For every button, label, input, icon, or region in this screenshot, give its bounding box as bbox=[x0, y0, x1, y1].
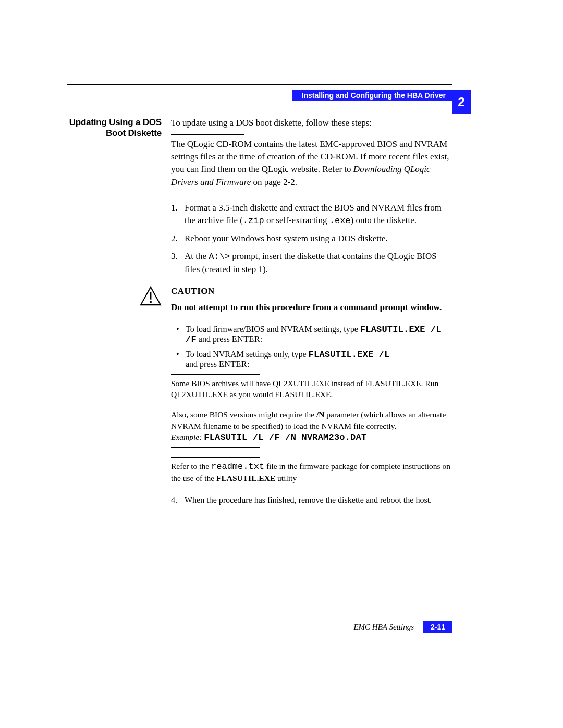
content-area: Updating Using a DOS Boot Diskette To up… bbox=[67, 117, 452, 516]
bullet-text: To load firmware/BIOS and NVRAM settings… bbox=[186, 325, 360, 334]
divider bbox=[171, 487, 260, 487]
divider bbox=[171, 298, 260, 298]
code-prompt: A:\> bbox=[209, 252, 230, 262]
step-text: At the bbox=[185, 251, 209, 261]
code-exe: .exe bbox=[329, 216, 351, 226]
note-ql2xutil: Some BIOS archives will have QL2XUTIL.EX… bbox=[171, 378, 452, 400]
note-text-tail: on page 2-2. bbox=[251, 177, 297, 187]
note-n-parameter: Also, some BIOS versions might require t… bbox=[171, 409, 452, 431]
note-text: Refer to the bbox=[171, 462, 211, 471]
step-1: Format a 3.5-inch diskette and extract t… bbox=[171, 202, 452, 227]
intro-text: To update using a DOS boot diskette, fol… bbox=[171, 117, 452, 129]
bullet-text: : bbox=[247, 360, 249, 368]
footer: EMC HBA Settings 2-11 bbox=[67, 621, 452, 633]
key-enter: ENTER bbox=[232, 335, 260, 343]
bullet-text: and press bbox=[197, 335, 232, 343]
note-readme: Refer to the readme.txt file in the firm… bbox=[171, 461, 452, 484]
note-text: utility bbox=[275, 474, 297, 483]
divider bbox=[171, 134, 244, 135]
util-name: FLASUTIL.EXE bbox=[216, 474, 275, 483]
divider bbox=[171, 457, 260, 458]
body-column: To update using a DOS boot diskette, fol… bbox=[171, 117, 452, 283]
example-line: Example: FLASUTIL /L /F /N NVRAM23o.DAT bbox=[171, 431, 452, 443]
code-command: FLASUTIL.EXE /L bbox=[309, 350, 390, 360]
bullet-text: To load NVRAM settings only, type bbox=[186, 350, 309, 359]
example-label: Example: bbox=[171, 433, 204, 441]
caution-title: CAUTION bbox=[171, 286, 452, 297]
caution-text: Do not attempt to run this procedure fro… bbox=[171, 301, 452, 313]
top-rule bbox=[67, 84, 452, 85]
footer-section-title: EMC HBA Settings bbox=[353, 623, 414, 632]
bullet-list: To load firmware/BIOS and NVRAM settings… bbox=[171, 325, 452, 369]
note-qlogic-cd: The QLogic CD-ROM contains the latest EM… bbox=[171, 138, 452, 189]
code-zip: .zip bbox=[243, 216, 264, 226]
bullet-load-nvram: To load NVRAM settings only, type FLASUT… bbox=[171, 350, 452, 369]
footer-page-number: 2-11 bbox=[423, 621, 452, 633]
bullet-load-firmware: To load firmware/BIOS and NVRAM settings… bbox=[171, 325, 452, 344]
step-3: At the A:\> prompt, insert the diskette … bbox=[171, 250, 452, 276]
caution-icon-column bbox=[67, 286, 171, 306]
caution-icon bbox=[140, 286, 162, 306]
divider bbox=[171, 192, 244, 192]
steps-list: Format a 3.5-inch diskette and extract t… bbox=[171, 202, 452, 276]
running-header: Installing and Configuring the HBA Drive… bbox=[292, 90, 452, 101]
divider bbox=[171, 447, 260, 448]
divider bbox=[171, 317, 260, 317]
page: Installing and Configuring the HBA Drive… bbox=[0, 0, 563, 728]
step-text: ) onto the diskette. bbox=[351, 215, 417, 225]
caution-body: CAUTION Do not attempt to run this proce… bbox=[171, 286, 452, 512]
example-command: FLASUTIL /L /F /N NVRAM23o.DAT bbox=[204, 433, 366, 442]
divider bbox=[171, 374, 260, 375]
key-enter: ENTER bbox=[219, 360, 247, 368]
param-n: /N bbox=[316, 410, 325, 419]
code-readme: readme.txt bbox=[211, 462, 264, 472]
step-2: Reboot your Windows host system using a … bbox=[171, 232, 452, 245]
chapter-tab: 2 bbox=[452, 90, 471, 114]
steps-list-cont: When the procedure has finished, remove … bbox=[171, 496, 452, 505]
step-4: When the procedure has finished, remove … bbox=[171, 496, 452, 505]
section: Updating Using a DOS Boot Diskette To up… bbox=[67, 117, 452, 283]
svg-point-2 bbox=[150, 301, 152, 303]
note-text: Also, some BIOS versions might require t… bbox=[171, 410, 316, 419]
caution-block: CAUTION Do not attempt to run this proce… bbox=[67, 286, 452, 512]
side-heading: Updating Using a DOS Boot Diskette bbox=[67, 117, 171, 139]
bullet-text: : bbox=[260, 335, 262, 343]
bullet-text: and press bbox=[186, 360, 219, 368]
step-text: or self-extracting bbox=[264, 215, 329, 225]
